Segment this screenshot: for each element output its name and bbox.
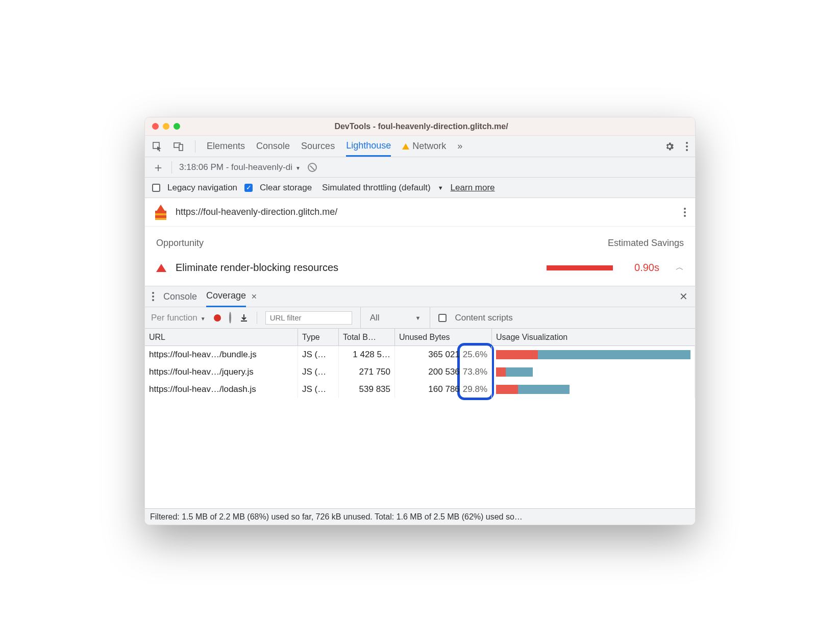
cell-total: 539 835 [339, 381, 395, 398]
main-menu-icon[interactable] [686, 142, 688, 151]
col-viz[interactable]: Usage Visualization [492, 329, 695, 345]
main-tabstrip: Elements Console Sources Lighthouse Netw… [145, 136, 695, 157]
opportunity-row[interactable]: Eliminate render-blocking resources 0.90… [156, 262, 684, 274]
more-tabs-button[interactable]: » [457, 141, 462, 152]
opportunities-section: Opportunity Estimated Savings Eliminate … [145, 227, 695, 286]
lighthouse-icon [154, 205, 167, 220]
cell-unused: 200 53673.8% [395, 363, 492, 381]
close-window-button[interactable] [152, 123, 159, 130]
table-row[interactable]: https://foul-heav…/lodash.jsJS (…539 835… [145, 381, 695, 398]
cell-viz [492, 346, 695, 363]
lighthouse-options-bar: Legacy navigation ✓ Clear storage Simula… [145, 178, 695, 198]
url-filter-input[interactable] [265, 311, 352, 325]
clear-coverage-icon[interactable] [229, 313, 231, 323]
type-filter-label: All [370, 313, 380, 323]
cell-unused: 365 02125.6% [395, 346, 492, 363]
close-tab-icon[interactable]: ✕ [251, 292, 257, 301]
tab-lighthouse[interactable]: Lighthouse [346, 140, 391, 157]
zoom-window-button[interactable] [174, 123, 180, 130]
devtools-window: DevTools - foul-heavenly-direction.glitc… [144, 117, 696, 525]
settings-icon[interactable] [664, 141, 675, 152]
cell-type: JS (… [298, 381, 339, 398]
export-icon[interactable] [239, 313, 249, 323]
table-row[interactable]: https://foul-heav…/bundle.jsJS (…1 428 5… [145, 346, 695, 363]
cell-viz [492, 363, 695, 381]
chevron-down-icon: ▼ [415, 315, 421, 321]
separator [171, 161, 172, 174]
cell-url: https://foul-heav…/bundle.js [145, 346, 298, 363]
report-menu-icon[interactable] [684, 208, 686, 217]
svg-rect-2 [179, 144, 183, 151]
drawer-tab-console[interactable]: Console [163, 291, 197, 302]
cell-unused: 160 78629.8% [395, 381, 492, 398]
legacy-navigation-label: Legacy navigation [167, 183, 237, 193]
col-url[interactable]: URL [145, 329, 298, 345]
titlebar: DevTools - foul-heavenly-direction.glitc… [145, 117, 695, 136]
minimize-window-button[interactable] [163, 123, 169, 130]
col-total[interactable]: Total B… [339, 329, 395, 345]
table-header-row: URL Type Total B… Unused Bytes Usage Vis… [145, 329, 695, 346]
drawer-tab-coverage[interactable]: Coverage [206, 290, 246, 307]
savings-bar [547, 265, 613, 270]
tab-network-label: Network [412, 141, 446, 151]
report-selector[interactable]: 3:18:06 PM - foul-heavenly-di [179, 162, 301, 172]
cell-total: 271 750 [339, 363, 395, 381]
clear-storage-checkbox[interactable]: ✓ [244, 184, 253, 192]
cell-url: https://foul-heav…/lodash.js [145, 381, 298, 398]
warning-icon [402, 143, 409, 150]
savings-time: 0.90s [634, 262, 659, 274]
table-row[interactable]: https://foul-heav…/jquery.jsJS (…271 750… [145, 363, 695, 381]
cell-total: 1 428 5… [339, 346, 395, 363]
separator [257, 312, 257, 324]
audit-urlbar: https://foul-heavenly-direction.glitch.m… [145, 198, 695, 227]
window-title: DevTools - foul-heavenly-direction.glitc… [184, 122, 658, 131]
opportunity-label: Eliminate render-blocking resources [176, 262, 338, 274]
inspect-icon[interactable] [152, 141, 162, 152]
clear-icon[interactable] [308, 163, 317, 172]
close-drawer-icon[interactable]: ✕ [679, 290, 688, 303]
cell-type: JS (… [298, 346, 339, 363]
record-button[interactable] [214, 314, 221, 322]
clear-storage-label: Clear storage [260, 183, 312, 193]
opportunity-header: Opportunity [156, 238, 204, 249]
cell-type: JS (… [298, 363, 339, 381]
granularity-selector[interactable]: Per function [151, 313, 206, 323]
content-scripts-label: Content scripts [455, 313, 512, 323]
savings-header: Estimated Savings [608, 238, 684, 249]
chevron-up-icon[interactable]: ︿ [676, 262, 684, 273]
learn-more-link[interactable]: Learn more [451, 183, 495, 193]
audited-url: https://foul-heavenly-direction.glitch.m… [176, 207, 337, 217]
throttling-dropdown-icon[interactable]: ▼ [438, 185, 443, 191]
legacy-navigation-checkbox[interactable] [152, 184, 160, 192]
status-bar: Filtered: 1.5 MB of 2.2 MB (68%) used so… [145, 508, 695, 525]
device-toggle-icon[interactable] [174, 141, 184, 152]
type-filter-select[interactable]: All ▼ [360, 307, 431, 328]
lighthouse-run-bar: ＋ 3:18:06 PM - foul-heavenly-di [145, 157, 695, 178]
drawer-tabstrip: Console Coverage ✕ ✕ [145, 286, 695, 307]
drawer-menu-icon[interactable] [152, 292, 154, 301]
cell-url: https://foul-heav…/jquery.js [145, 363, 298, 381]
coverage-toolbar: Per function All ▼ Content scripts [145, 307, 695, 329]
content-scripts-checkbox[interactable] [438, 314, 447, 322]
tab-network[interactable]: Network [402, 141, 446, 152]
col-unused[interactable]: Unused Bytes [395, 329, 492, 345]
fail-triangle-icon [156, 264, 166, 272]
separator [195, 140, 195, 153]
tab-console[interactable]: Console [256, 141, 290, 152]
cell-viz [492, 381, 695, 398]
tab-elements[interactable]: Elements [207, 141, 245, 152]
col-type[interactable]: Type [298, 329, 339, 345]
throttling-label: Simulated throttling (default) [322, 183, 431, 193]
tab-sources[interactable]: Sources [301, 141, 335, 152]
window-controls [152, 123, 180, 130]
coverage-table: URL Type Total B… Unused Bytes Usage Vis… [145, 329, 695, 525]
new-report-button[interactable]: ＋ [152, 159, 164, 176]
